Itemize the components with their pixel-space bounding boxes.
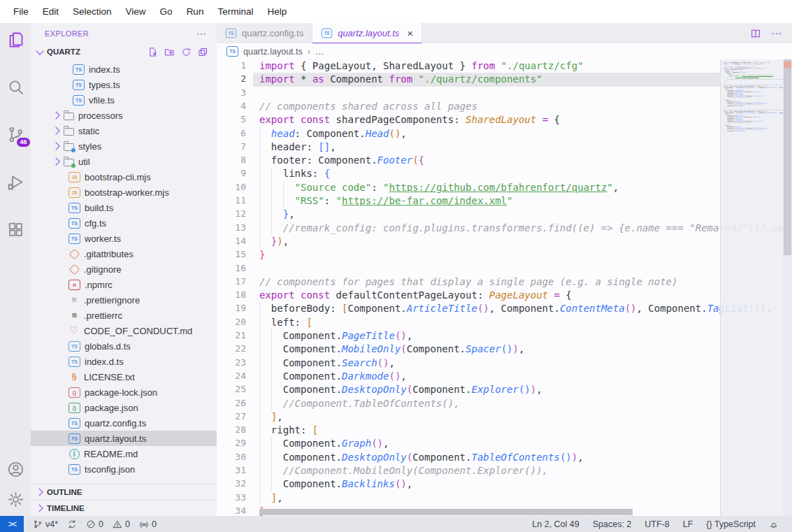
close-icon[interactable]: ×	[407, 27, 413, 39]
tree-item-build-ts[interactable]: TSbuild.ts	[31, 200, 217, 215]
tree-item-tsconfig-json[interactable]: TStsconfig.json	[31, 461, 217, 477]
tree-item-globals-d-ts[interactable]: TSglobals.d.ts	[31, 338, 217, 354]
tree-item-quartz-config-ts[interactable]: TSquartz.config.ts	[31, 415, 217, 431]
menu-help[interactable]: Help	[261, 3, 293, 20]
search-icon[interactable]	[6, 78, 25, 96]
panel-outline[interactable]: OUTLINE	[31, 484, 217, 500]
menu-go[interactable]: Go	[154, 3, 179, 20]
tab-quartz-layout-ts[interactable]: TSquartz.layout.ts×	[312, 23, 422, 43]
editor-more-icon[interactable]: ⋯	[771, 27, 782, 40]
extensions-icon[interactable]	[6, 220, 25, 239]
tree-item-vfile-ts[interactable]: TSvfile.ts	[31, 92, 217, 108]
tree-item--prettierignore[interactable]: ≡.prettierignore	[31, 292, 217, 308]
line-number: 19	[217, 303, 246, 313]
menu-file[interactable]: File	[7, 3, 35, 20]
section-header-quartz[interactable]: QUARTZ	[31, 44, 217, 59]
line-number: 12	[217, 208, 246, 219]
new-file-icon[interactable]	[147, 47, 158, 57]
remote-indicator[interactable]: ><	[0, 516, 24, 532]
code-line: 8 footer: Component.Footer({	[217, 154, 792, 167]
refresh-icon[interactable]	[181, 47, 192, 57]
tree-item-index-ts[interactable]: TSindex.ts	[31, 62, 217, 77]
breadcrumb-file[interactable]: quartz.layout.ts	[243, 47, 303, 57]
code-line: 20 left: [	[217, 316, 792, 329]
breadcrumb[interactable]: TS quartz.layout.ts › …	[217, 43, 792, 59]
status-lf[interactable]: LF	[683, 519, 693, 529]
status-sync[interactable]	[67, 519, 77, 529]
code-editor[interactable]: 1import { PageLayout, SharedLayout } fro…	[217, 59, 792, 516]
new-folder-icon[interactable]	[164, 47, 175, 57]
line-number: 32	[217, 478, 246, 489]
chevron-right-icon	[52, 142, 59, 150]
line-number: 9	[217, 168, 246, 178]
split-editor-icon[interactable]	[750, 28, 761, 39]
tree-item--prettierrc[interactable]: ≡.prettierrc	[31, 308, 217, 323]
scm-icon[interactable]: 46	[6, 125, 25, 144]
tree-item-styles[interactable]: styles	[31, 138, 217, 154]
menu-terminal[interactable]: Terminal	[211, 3, 259, 20]
line-number: 26	[217, 398, 246, 408]
tree-item-code-of-conduct-md[interactable]: ♡CODE_OF_CONDUCT.md	[31, 323, 217, 338]
status-branch[interactable]: v4*	[33, 519, 58, 529]
line-number: 18	[217, 289, 246, 300]
account-icon[interactable]	[6, 460, 25, 479]
tree-item-package-lock-json[interactable]: {}package-lock.json	[31, 384, 217, 400]
line-number: 22	[217, 343, 246, 354]
code-line: 11 "RSS": "https://be-far.com/index.xml"	[217, 194, 792, 208]
status--typescript[interactable]: {} TypeScript	[706, 519, 756, 529]
panel-timeline[interactable]: TIMELINE	[31, 500, 217, 516]
menu-view[interactable]: View	[120, 3, 152, 20]
status-error[interactable]: 0	[86, 519, 103, 529]
line-number: 33	[217, 492, 246, 503]
settings-icon[interactable]	[6, 490, 25, 509]
status-bell[interactable]	[769, 519, 779, 529]
tree-item-cfg-ts[interactable]: TScfg.ts	[31, 215, 217, 231]
line-number: 8	[217, 154, 246, 165]
tree-item-license-txt[interactable]: §LICENSE.txt	[31, 369, 217, 384]
code-line: 28 right: [	[217, 424, 792, 437]
status-ln-2-col-49[interactable]: Ln 2, Col 49	[532, 519, 579, 529]
line-number: 3	[217, 87, 246, 98]
tree-item-quartz-layout-ts[interactable]: TSquartz.layout.ts	[31, 431, 217, 446]
tree-item-util[interactable]: util	[31, 154, 217, 169]
line-number: 14	[217, 236, 246, 246]
typescript-file-icon: TS	[226, 46, 238, 57]
tree-item-processors[interactable]: processors	[31, 108, 217, 123]
tree-item-worker-ts[interactable]: TSworker.ts	[31, 231, 217, 246]
status-utf-8[interactable]: UTF-8	[645, 519, 669, 529]
tree-item--gitignore[interactable]: .gitignore	[31, 261, 217, 277]
minimap[interactable]: import { PageLayout, SharedLayout } from…	[720, 59, 783, 516]
breadcrumb-symbol[interactable]: …	[315, 47, 324, 57]
status-warning[interactable]: 0	[113, 519, 130, 529]
collapse-all-icon[interactable]	[198, 47, 208, 57]
tab-quartz-config-ts[interactable]: TSquartz.config.ts	[217, 23, 312, 43]
status-spaces-2[interactable]: Spaces: 2	[593, 519, 632, 529]
tree-item--npmrc[interactable]: n.npmrc	[31, 277, 217, 292]
vertical-scrollbar[interactable]	[783, 59, 792, 516]
status-bar: >< v4*000 Ln 2, Col 49Spaces: 2UTF-8LF{}…	[0, 516, 792, 532]
line-number: 34	[217, 505, 246, 516]
status-broadcast[interactable]: 0	[139, 519, 157, 529]
tree-item-bootstrap-cli-mjs[interactable]: JSbootstrap-cli.mjs	[31, 169, 217, 185]
tree-item-bootstrap-worker-mjs[interactable]: JSbootstrap-worker.mjs	[31, 185, 217, 200]
line-number: 28	[217, 424, 246, 435]
line-number: 7	[217, 141, 246, 152]
chevron-right-icon	[52, 157, 59, 165]
horizontal-scrollbar[interactable]	[259, 509, 633, 515]
tree-item-readme-md[interactable]: iREADME.md	[31, 446, 217, 461]
line-number: 1	[217, 60, 246, 71]
tree-item-package-json[interactable]: {}package.json	[31, 400, 217, 415]
scrollbar-thumb[interactable]	[784, 59, 791, 255]
tree-item-types-ts[interactable]: TStypes.ts	[31, 77, 217, 92]
sidebar-panels: OUTLINETIMELINE	[31, 484, 217, 516]
debug-icon[interactable]	[6, 173, 25, 192]
tree-item-static[interactable]: static	[31, 123, 217, 138]
line-number: 4	[217, 101, 246, 111]
tree-item--gitattributes[interactable]: .gitattributes	[31, 246, 217, 261]
menu-selection[interactable]: Selection	[66, 3, 118, 20]
menu-run[interactable]: Run	[180, 3, 210, 20]
explorer-icon[interactable]	[6, 30, 25, 49]
explorer-more-icon[interactable]: ⋯	[196, 28, 207, 39]
tree-item-index-d-ts[interactable]: TSindex.d.ts	[31, 354, 217, 369]
menu-edit[interactable]: Edit	[36, 3, 65, 20]
